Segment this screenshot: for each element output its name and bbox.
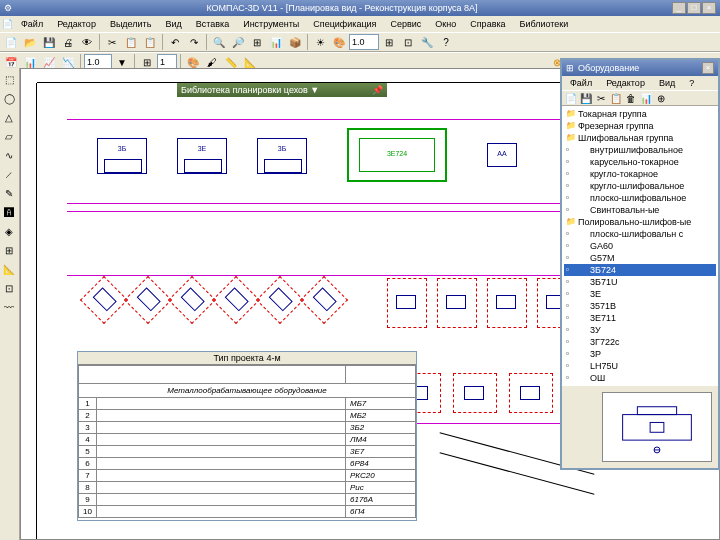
tree-item[interactable]: ОШ — [564, 372, 716, 384]
library-pin-icon[interactable]: 📌 — [372, 85, 383, 95]
tool-icon[interactable]: ⊞ — [248, 33, 266, 51]
tool-box-icon[interactable]: ⊡ — [0, 279, 18, 297]
table-row[interactable]: 2МБ2 — [79, 410, 416, 422]
maximize-button[interactable]: □ — [687, 2, 701, 14]
machine-shape[interactable]: 3Б — [257, 138, 307, 174]
tree-item[interactable]: Шлифовальная группа — [564, 132, 716, 144]
tree-item[interactable]: карусельно-токарное — [564, 156, 716, 168]
panel-close-button[interactable]: × — [702, 62, 714, 74]
equipment-panel-title[interactable]: ⊞ Оборудование × — [562, 60, 718, 76]
tool-circle-icon[interactable]: ◯ — [0, 89, 18, 107]
table-row[interactable]: 96176А — [79, 494, 416, 506]
copy-button[interactable]: 📋 — [122, 33, 140, 51]
panel-menu-help[interactable]: ? — [683, 77, 700, 89]
tree-item[interactable]: 3Е — [564, 288, 716, 300]
panel-tool-icon[interactable]: 📄 — [564, 91, 578, 105]
tool-line-icon[interactable]: ⟋ — [0, 165, 18, 183]
panel-tool-icon[interactable]: 📊 — [639, 91, 653, 105]
tree-item[interactable]: Фрезерная группа — [564, 120, 716, 132]
zone-shape[interactable] — [437, 278, 477, 328]
tool-icon[interactable]: ? — [437, 33, 455, 51]
tool-dim-icon[interactable]: ◈ — [0, 222, 18, 240]
machine-shape[interactable]: 3Б — [97, 138, 147, 174]
tree-item[interactable]: внутришлифовальное — [564, 144, 716, 156]
new-button[interactable]: 📄 — [2, 33, 20, 51]
menu-insert[interactable]: Вставка — [190, 18, 235, 30]
tree-item[interactable]: ОШ-173 — [564, 384, 716, 386]
panel-menu-edit[interactable]: Редактор — [600, 77, 651, 89]
cut-button[interactable]: ✂ — [103, 33, 121, 51]
zone-shape[interactable] — [80, 276, 128, 324]
print-button[interactable]: 🖨 — [59, 33, 77, 51]
zone-shape[interactable] — [387, 278, 427, 328]
table-row[interactable]: 8Рис — [79, 482, 416, 494]
menu-libs[interactable]: Библиотеки — [514, 18, 575, 30]
tree-item[interactable]: 3Р — [564, 348, 716, 360]
menu-help[interactable]: Справка — [464, 18, 511, 30]
minimize-button[interactable]: _ — [672, 2, 686, 14]
save-button[interactable]: 💾 — [40, 33, 58, 51]
zoom-out-icon[interactable]: 🔎 — [229, 33, 247, 51]
tree-item[interactable]: кругло-токарное — [564, 168, 716, 180]
tool-icon[interactable]: ⊞ — [380, 33, 398, 51]
tree-item[interactable]: кругло-шлифовальное — [564, 180, 716, 192]
menu-spec[interactable]: Спецификация — [307, 18, 382, 30]
zone-shape[interactable] — [487, 278, 527, 328]
panel-menu-view[interactable]: Вид — [653, 77, 681, 89]
equipment-panel[interactable]: ⊞ Оборудование × Файл Редактор Вид ? 📄 💾… — [560, 58, 720, 470]
tree-item[interactable]: 3Б724 — [564, 264, 716, 276]
tree-item[interactable]: Полировально-шлифов-ые — [564, 216, 716, 228]
tool-grid-icon[interactable]: ⊞ — [0, 241, 18, 259]
open-button[interactable]: 📂 — [21, 33, 39, 51]
tool-icon[interactable]: 📊 — [267, 33, 285, 51]
tool-icon[interactable]: 🎨 — [330, 33, 348, 51]
zone-shape[interactable] — [509, 373, 553, 413]
menu-view[interactable]: Вид — [159, 18, 187, 30]
tree-item[interactable]: G57M — [564, 252, 716, 264]
menu-tools[interactable]: Инструменты — [237, 18, 305, 30]
panel-tool-icon[interactable]: ✂ — [594, 91, 608, 105]
panel-tool-icon[interactable]: 📋 — [609, 91, 623, 105]
tree-item[interactable]: плоско-шлифовальн с — [564, 228, 716, 240]
tool-text-icon[interactable]: 🅰 — [0, 203, 18, 221]
machine-selected[interactable]: 3Е724 — [347, 128, 447, 182]
zoom-in-icon[interactable]: 🔍 — [210, 33, 228, 51]
machine-shape[interactable]: 3Е — [177, 138, 227, 174]
tree-item[interactable]: Свинтовальн-ые — [564, 204, 716, 216]
tool-tri-icon[interactable]: △ — [0, 108, 18, 126]
tree-item[interactable]: 3571В — [564, 300, 716, 312]
panel-menu-file[interactable]: Файл — [564, 77, 598, 89]
equipment-tree[interactable]: Токарная группаФрезерная группаШлифоваль… — [562, 106, 718, 386]
menu-edit[interactable]: Редактор — [51, 18, 102, 30]
tool-icon[interactable]: ⊡ — [399, 33, 417, 51]
menu-window[interactable]: Окно — [429, 18, 462, 30]
close-button[interactable]: × — [702, 2, 716, 14]
table-row[interactable]: 53Е7 — [79, 446, 416, 458]
tool-para-icon[interactable]: ▱ — [0, 127, 18, 145]
table-panel[interactable]: Тип проекта 4-м Металлообрабатывающее об… — [77, 351, 417, 521]
tool-pen-icon[interactable]: ✎ — [0, 184, 18, 202]
tree-item[interactable]: 3Г722с — [564, 336, 716, 348]
table-row[interactable]: 66Р84 — [79, 458, 416, 470]
menu-file[interactable]: Файл — [15, 18, 49, 30]
preview-button[interactable]: 👁 — [78, 33, 96, 51]
undo-button[interactable]: ↶ — [166, 33, 184, 51]
tree-item[interactable]: 3Е711 — [564, 312, 716, 324]
tool-wave-icon[interactable]: 〰 — [0, 298, 18, 316]
zone-shape[interactable] — [256, 276, 304, 324]
zone-shape[interactable] — [453, 373, 497, 413]
redo-button[interactable]: ↷ — [185, 33, 203, 51]
panel-tool-icon[interactable]: ⊕ — [654, 91, 668, 105]
table-row[interactable]: 1МБ7 — [79, 398, 416, 410]
tool-rect-icon[interactable]: ⬚ — [0, 70, 18, 88]
zone-shape[interactable] — [300, 276, 348, 324]
panel-tool-icon[interactable]: 💾 — [579, 91, 593, 105]
library-panel[interactable]: Библиотека планировки цехов ▼ 📌 — [177, 83, 387, 97]
tool-icon[interactable]: 📦 — [286, 33, 304, 51]
menu-service[interactable]: Сервис — [385, 18, 428, 30]
tree-item[interactable]: Токарная группа — [564, 108, 716, 120]
tree-item[interactable]: GA60 — [564, 240, 716, 252]
panel-tool-icon[interactable]: 🗑 — [624, 91, 638, 105]
table-row[interactable]: 4ЛМ4 — [79, 434, 416, 446]
tool-icon[interactable]: 🔧 — [418, 33, 436, 51]
